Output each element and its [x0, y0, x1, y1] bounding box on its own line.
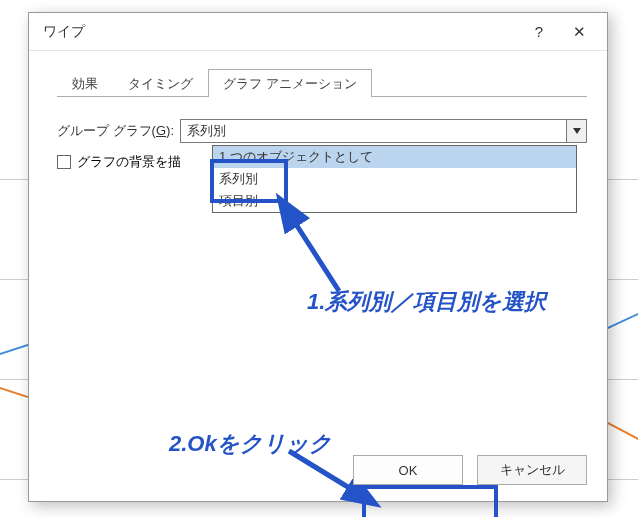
- dropdown-option-series[interactable]: 系列別: [213, 168, 576, 190]
- background-draw-checkbox[interactable]: [57, 155, 71, 169]
- dropdown-option-category[interactable]: 項目別: [213, 190, 576, 212]
- button-row: OK キャンセル: [353, 455, 587, 485]
- close-button[interactable]: ✕: [559, 17, 599, 47]
- dropdown-option-one-object[interactable]: 1 つのオブジェクトとして: [213, 146, 576, 168]
- dialog-content: 効果 タイミング グラフ アニメーション グループ グラフ(G): 系列別 グラ…: [29, 51, 607, 501]
- group-graph-row: グループ グラフ(G): 系列別: [57, 119, 587, 143]
- chevron-down-icon[interactable]: [566, 120, 586, 142]
- wipe-dialog: ワイプ ? ✕ 効果 タイミング グラフ アニメーション グループ グラフ(G)…: [28, 12, 608, 502]
- annotation-text-1: 1.系列別／項目別を選択: [307, 287, 546, 317]
- annotation-text-2: 2.Okをクリック: [169, 429, 332, 459]
- help-button[interactable]: ?: [519, 17, 559, 47]
- tab-timing[interactable]: タイミング: [113, 69, 208, 97]
- ok-button[interactable]: OK: [353, 455, 463, 485]
- annotation-highlight-ok: [362, 485, 498, 517]
- cancel-button[interactable]: キャンセル: [477, 455, 587, 485]
- background-draw-label: グラフの背景を描: [77, 153, 181, 171]
- tab-graph-animation[interactable]: グラフ アニメーション: [208, 69, 372, 97]
- group-graph-dropdown: 1 つのオブジェクトとして 系列別 項目別: [212, 145, 577, 213]
- tab-effect[interactable]: 効果: [57, 69, 113, 97]
- svg-line-0: [292, 218, 339, 291]
- group-graph-combo[interactable]: 系列別: [180, 119, 587, 143]
- tabs: 効果 タイミング グラフ アニメーション: [57, 69, 587, 97]
- dialog-title: ワイプ: [43, 23, 519, 41]
- titlebar: ワイプ ? ✕: [29, 13, 607, 51]
- group-graph-value: 系列別: [181, 122, 566, 140]
- group-graph-label: グループ グラフ(G):: [57, 122, 174, 140]
